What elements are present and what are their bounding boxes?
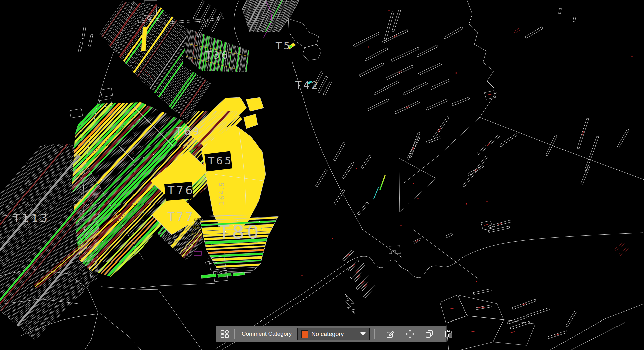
category-color-swatch <box>301 330 308 338</box>
edit-comment-icon[interactable] <box>385 329 395 339</box>
comment-category-label: Comment Category <box>239 331 294 337</box>
category-dropdown-value: No category <box>311 331 355 338</box>
apps-grid-icon[interactable] <box>220 329 230 339</box>
copy-icon[interactable] <box>424 329 434 339</box>
move-icon[interactable] <box>405 329 415 339</box>
paste-icon[interactable] <box>444 329 454 339</box>
toolbar-divider <box>234 329 235 339</box>
map-viewport[interactable]: T5 T36 T42 T69 T65 T76 T77 T80 T113 T65 … <box>0 0 644 350</box>
category-dropdown[interactable]: No category <box>297 328 370 340</box>
chevron-down-icon <box>360 332 366 336</box>
cad-map-canvas[interactable] <box>0 0 644 350</box>
toolbar-divider <box>374 329 375 339</box>
comment-toolbar: Comment Category No category <box>216 326 447 342</box>
